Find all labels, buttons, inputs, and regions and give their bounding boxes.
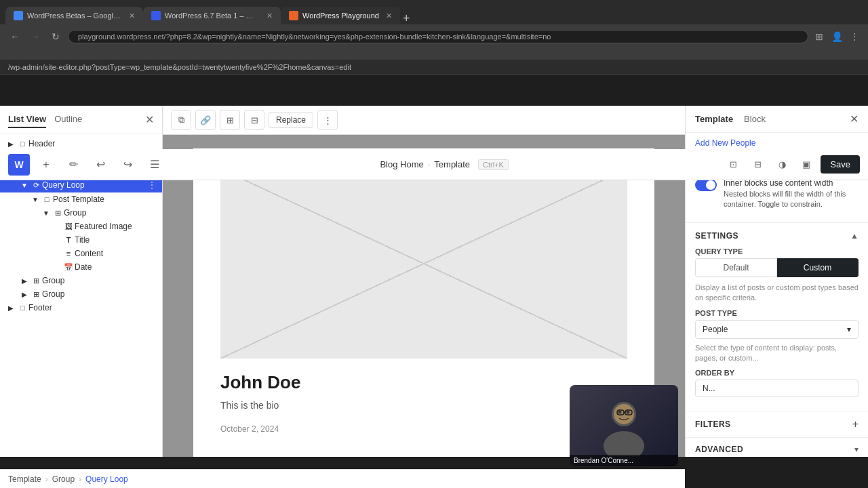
post-type-value: People [703,325,728,334]
order-by-label: ORDER BY [695,369,859,377]
item-menu-button[interactable]: ⋮ [147,180,157,190]
canvas-tool-align[interactable]: ⊟ [244,110,264,130]
filters-label: Filters [695,420,731,429]
extensions-icon[interactable]: ⊞ [812,31,826,42]
sidebar-close-button[interactable]: ✕ [145,113,154,126]
tree-item-footer[interactable]: ▶ □ Footer [0,301,162,314]
footer-crumb-queryloop[interactable]: Query Loop [85,474,128,484]
tree-label-title: Title [75,235,157,245]
tree-label-queryloop: Query Loop [42,180,147,190]
edit-button[interactable]: ✏ [62,154,84,176]
post-date: October 2, 2024 [220,424,627,434]
tree-item-title[interactable]: ▶ T Title [0,233,162,247]
right-panel-close-button[interactable]: ✕ [850,113,859,125]
wp-logo-text: W [14,159,23,170]
canvas-icon[interactable]: ⊟ [747,155,768,175]
forward-button[interactable]: → [27,31,43,42]
tree-item-group4[interactable]: ▶ ⊞ Group [0,287,162,301]
settings-section-header[interactable]: Settings ▲ [695,231,859,241]
tree-item-posttemplate[interactable]: ▼ □ Post Template [0,192,162,206]
canvas-tool-link[interactable]: 🔗 [195,110,216,130]
browser-tab-2[interactable]: WordPress 6.7 Beta 1 – WordP... ✕ [143,7,281,24]
tree-item-featuredimage[interactable]: ▶ 🖼 Featured Image [0,220,162,233]
post-type-chevron: ▾ [847,325,851,334]
tab-close-3[interactable]: ✕ [386,12,392,20]
tab-label-3: WordPress Playground [302,12,379,20]
wp-address-bar: /wp-admin/site-editor.php?postType=wp_te… [0,60,868,75]
redo-button[interactable]: ↪ [117,154,138,176]
canvas-more-button[interactable]: ⋮ [317,110,338,130]
tab-favicon-1 [14,11,23,20]
tree-label-footer: Footer [28,303,157,312]
arrow-icon: ▶ [19,277,30,285]
style-icon[interactable]: ◑ [772,155,792,175]
tab-label-1: WordPress Betas – Google Docs [27,12,122,20]
group-icon: ⊞ [30,277,42,285]
content-width-toggle[interactable] [695,179,717,191]
breadcrumb-template: Template [434,159,470,169]
tab-close-1[interactable]: ✕ [129,12,135,20]
settings-icon[interactable]: ⋮ [848,31,861,42]
layout-icon[interactable]: ▣ [796,155,816,175]
tree-label-posttemplate: Post Template [53,195,157,204]
canvas-tool-duplicate[interactable]: ⧉ [171,110,191,130]
group-icon: ⊞ [52,209,64,218]
tab-close-2[interactable]: ✕ [267,12,273,20]
post-title: John Doe [220,372,627,393]
canvas-toolbar: ⧉ 🔗 ⊞ ⊟ Replace ⋮ [163,106,685,135]
footer-crumb-template[interactable]: Template [8,474,41,484]
query-default-button[interactable]: Default [695,258,777,277]
template-icon: □ [41,195,53,203]
breadcrumb-blog-home[interactable]: Blog Home [380,159,423,169]
group-icon: ⊞ [30,290,42,299]
add-block-button[interactable]: + [35,154,57,176]
featured-image-placeholder [220,169,627,359]
save-button[interactable]: Save [821,155,860,174]
reload-button[interactable]: ↻ [47,31,64,42]
filters-add-button[interactable]: + [852,418,859,430]
browser-tab-3[interactable]: WordPress Playground ✕ [281,7,400,24]
profile-icon[interactable]: 👤 [830,31,844,42]
wp-logo-button[interactable]: W [8,154,30,176]
panel-tab-block[interactable]: Block [744,113,766,125]
filters-section[interactable]: Filters + [686,411,868,438]
tree-label-featuredimage: Featured Image [75,222,157,231]
advanced-section[interactable]: Advanced ▾ [686,438,868,457]
browser-tab-1[interactable]: WordPress Betas – Google Docs ✕ [5,7,143,24]
settings-collapse-icon[interactable]: ▲ [850,231,859,241]
sidebar-tab-outline[interactable]: Outline [54,111,82,128]
query-custom-button[interactable]: Custom [777,258,859,277]
footer-crumb-group[interactable]: Group [52,474,75,484]
tree-item-group2[interactable]: ▼ ⊞ Group [0,206,162,220]
wp-topbar: W + ✏ ↩ ↪ ☰ Blog Home · Template Ctrl+K … [0,149,868,180]
tree-item-content[interactable]: ▶ ≡ Content [0,247,162,260]
tree-item-group3[interactable]: ▶ ⊞ Group [0,274,162,287]
back-button[interactable]: ← [7,31,23,42]
svg-point-1 [604,431,644,456]
wp-address-text: /wp-admin/site-editor.php?postType=wp_te… [8,63,351,71]
new-tab-button[interactable]: + [403,12,410,24]
undo-button[interactable]: ↩ [90,154,111,176]
arrow-icon: ▶ [5,304,16,312]
order-by-input[interactable] [695,380,859,397]
post-type-select[interactable]: People ▾ [695,320,859,339]
query-icon: ⟳ [30,181,42,190]
footer-icon: □ [16,304,28,312]
canvas-tool-grid[interactable]: ⊞ [220,110,240,130]
url-bar[interactable]: playground.wordpress.net/?php=8.2&wp=nig… [68,30,808,43]
tree-item-header[interactable]: ▶ □ Header [0,137,162,150]
view-icon[interactable]: ⊡ [723,155,743,175]
query-type-desc: Display a list of posts or custom post t… [695,283,859,304]
tree-label-group4: Group [42,289,157,299]
query-type-row: Default Custom [695,258,859,277]
right-panel-header: Template Block ✕ [686,106,868,133]
post-content: This is the bio [220,400,627,411]
block-icon: □ [16,140,28,148]
replace-button[interactable]: Replace [269,112,313,128]
panel-tab-template[interactable]: Template [695,113,733,125]
menu-button[interactable]: ☰ [144,154,165,176]
tab-favicon-2 [151,11,161,20]
tree-item-date[interactable]: ▶ 📅 Date [0,260,162,274]
sidebar-tab-list[interactable]: List View [8,111,46,128]
video-person [570,385,678,466]
